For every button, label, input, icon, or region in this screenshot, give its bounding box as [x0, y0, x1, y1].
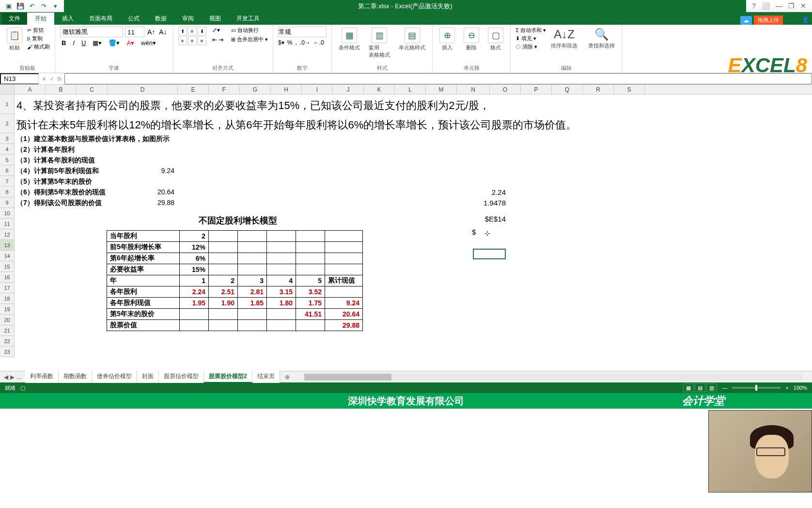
row-header-14[interactable]: 14 [0, 251, 14, 261]
decrease-decimal-icon[interactable]: ←.0 [313, 39, 324, 46]
find-select-button[interactable]: 🔍查找和选择 [586, 27, 617, 64]
macro-record-icon[interactable]: ▢ [20, 385, 25, 391]
row-header-15[interactable]: 15 [0, 261, 14, 272]
column-header-P[interactable]: P [521, 85, 552, 94]
indent-decrease-icon[interactable]: ⇤ [212, 36, 217, 43]
column-header-D[interactable]: D [108, 85, 178, 94]
number-format-select[interactable] [278, 27, 327, 37]
active-cell-n13[interactable] [473, 249, 506, 259]
fill-button[interactable]: ⬇ 填充 ▾ [515, 35, 546, 42]
row-header-17[interactable]: 17 [0, 283, 14, 293]
restore-icon[interactable]: ❐ [788, 2, 795, 10]
shrink-font-icon[interactable]: A↓ [158, 28, 168, 36]
redo-icon[interactable]: ↷ [40, 2, 47, 10]
sheet-tab-3[interactable]: 封面 [137, 371, 159, 383]
paste-button[interactable]: 📋 粘贴 [5, 27, 24, 64]
enter-formula-icon[interactable]: ✓ [49, 76, 54, 82]
increase-decimal-icon[interactable]: .0→ [300, 39, 311, 46]
worksheet-cells[interactable]: 4、某投资者持有丙公司的股票，他要求的必要收益率为15%，已知该公司最近支付的股… [15, 95, 812, 357]
name-box[interactable] [0, 73, 39, 84]
wrap-text-button[interactable]: ▭ 自动换行 [231, 27, 268, 34]
currency-button[interactable]: $▾ [278, 39, 284, 46]
copy-button[interactable]: ⎘ 复制 [27, 35, 50, 42]
zoom-level[interactable]: 100% [794, 385, 807, 391]
login-link[interactable]: 登录 👤 [789, 16, 809, 24]
sheet-tab-0[interactable]: 利率函数 [25, 371, 59, 383]
column-header-B[interactable]: B [46, 85, 77, 94]
underline-button[interactable]: U [80, 39, 87, 47]
fill-color-button[interactable]: 🪣▾ [107, 39, 121, 47]
align-middle-icon[interactable]: ≡ [188, 27, 197, 35]
merge-center-button[interactable]: ⊞ 合并后居中 ▾ [231, 36, 268, 43]
autosum-button[interactable]: Σ 自动求和 ▾ [515, 27, 546, 34]
font-color-button[interactable]: A▾ [125, 39, 136, 47]
sheet-tab-4[interactable]: 股票估价模型 [159, 371, 204, 383]
tab-formulas[interactable]: 公式 [120, 13, 147, 25]
bold-button[interactable]: B [60, 39, 67, 47]
row-header-2[interactable]: 2 [0, 114, 14, 133]
cancel-formula-icon[interactable]: ✕ [42, 76, 47, 82]
formula-bar[interactable] [64, 73, 812, 84]
column-header-F[interactable]: F [209, 85, 240, 94]
tab-view[interactable]: 视图 [202, 13, 229, 25]
tab-home[interactable]: 开始 [27, 13, 54, 25]
row-header-7[interactable]: 7 [0, 176, 14, 187]
column-header-C[interactable]: C [77, 85, 108, 94]
conditional-format-button[interactable]: ▦条件格式 [337, 27, 362, 64]
sheet-tab-6[interactable]: 结束页 [252, 371, 280, 383]
column-header-G[interactable]: G [240, 85, 271, 94]
align-top-icon[interactable]: ⬆ [178, 27, 187, 35]
sheet-tab-5[interactable]: 股票股价模型2 [204, 371, 252, 383]
align-right-icon[interactable]: ≡ [198, 36, 206, 45]
zoom-out-icon[interactable]: — [722, 385, 727, 391]
zoom-in-icon[interactable]: + [785, 385, 788, 391]
border-button[interactable]: ▦▾ [91, 39, 103, 47]
save-icon[interactable]: 💾 [16, 2, 24, 10]
row-header-20[interactable]: 20 [0, 315, 14, 325]
qat-dropdown-icon[interactable]: ▾ [51, 2, 59, 10]
row-header-12[interactable]: 12 [0, 229, 14, 240]
tab-file[interactable]: 文件 [2, 13, 27, 25]
column-header-K[interactable]: K [364, 85, 395, 94]
row-header-4[interactable]: 4 [0, 144, 14, 155]
format-table-button[interactable]: ▥套用 表格格式 [367, 27, 392, 64]
select-all-button[interactable] [0, 85, 15, 94]
clear-button[interactable]: ◇ 清除 ▾ [515, 43, 546, 50]
align-bottom-icon[interactable]: ⬇ [198, 27, 206, 35]
fx-icon[interactable]: fx [57, 76, 62, 82]
font-size-select[interactable] [125, 27, 144, 37]
column-header-E[interactable]: E [178, 85, 209, 94]
orientation-button[interactable]: ⤢▾ [212, 27, 223, 33]
indent-increase-icon[interactable]: ⇥ [219, 36, 223, 43]
column-header-Q[interactable]: Q [552, 85, 583, 94]
grow-font-icon[interactable]: A↑ [146, 28, 156, 36]
row-header-22[interactable]: 22 [0, 336, 14, 347]
format-painter-button[interactable]: 🖌 格式刷 [27, 43, 50, 50]
phonetic-button[interactable]: wén▾ [140, 39, 157, 47]
row-header-18[interactable]: 18 [0, 293, 14, 304]
font-name-select[interactable] [60, 27, 123, 37]
sheet-tab-2[interactable]: 债券估价模型 [92, 371, 137, 383]
view-page-break-icon[interactable]: ▥ [706, 383, 717, 392]
delete-cells-button[interactable]: ⊖删除 [462, 27, 481, 64]
column-header-N[interactable]: N [457, 85, 490, 94]
align-center-icon[interactable]: ≡ [188, 36, 197, 45]
column-header-L[interactable]: L [395, 85, 426, 94]
row-header-10[interactable]: 10 [0, 208, 14, 219]
sheet-nav-next-icon[interactable]: ▶ [10, 374, 15, 381]
cloud-button[interactable]: ☁ [740, 16, 752, 25]
column-header-M[interactable]: M [426, 85, 457, 94]
row-header-3[interactable]: 3 [0, 133, 14, 144]
row-header-5[interactable]: 5 [0, 155, 14, 165]
undo-icon[interactable]: ↶ [28, 2, 36, 10]
comma-button[interactable]: , [296, 39, 297, 46]
column-header-O[interactable]: O [490, 85, 521, 94]
horizontal-scrollbar[interactable] [304, 374, 802, 381]
view-normal-icon[interactable]: ▦ [683, 383, 694, 392]
minimize-icon[interactable]: — [776, 2, 782, 10]
format-cells-button[interactable]: ▢格式 [486, 27, 505, 64]
italic-button[interactable]: I [71, 39, 76, 47]
row-header-8[interactable]: 8 [0, 187, 14, 197]
column-header-S[interactable]: S [614, 85, 645, 94]
sheet-nav-prev-icon[interactable]: ◀ [4, 374, 8, 381]
